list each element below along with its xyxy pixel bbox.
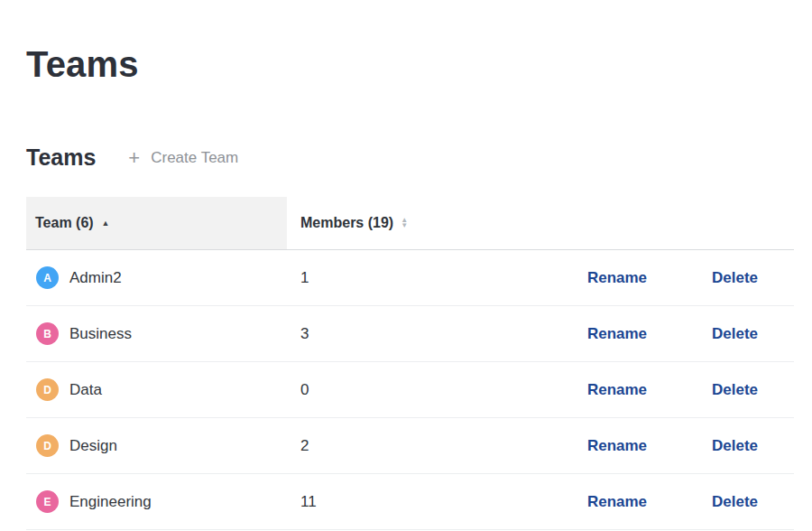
delete-cell: Delete (676, 437, 794, 455)
members-cell: 1 (287, 269, 558, 287)
members-count: 0 (300, 381, 309, 398)
rename-cell: Rename (558, 437, 676, 455)
team-cell: B Business (26, 322, 287, 345)
table-body: A Admin2 1 Rename Delete B Business 3 Re… (26, 250, 794, 530)
delete-link[interactable]: Delete (712, 381, 758, 399)
team-avatar: D (36, 378, 59, 401)
sort-down-triangle: ▼ (401, 223, 408, 229)
members-count: 1 (300, 269, 309, 286)
rename-cell: Rename (558, 381, 676, 399)
page-title: Teams (26, 44, 139, 85)
team-avatar-initial: E (43, 496, 51, 508)
column-header-team[interactable]: Team (6) ▲ (26, 197, 287, 249)
team-cell: A Admin2 (26, 266, 287, 289)
rename-link[interactable]: Rename (587, 269, 647, 287)
table-row: D Design 2 Rename Delete (26, 418, 794, 474)
team-cell: D Design (26, 434, 287, 457)
column-header-members-label: Members (19) (300, 215, 393, 231)
team-cell: D Data (26, 378, 287, 401)
members-count: 2 (300, 437, 309, 454)
team-name: Admin2 (69, 269, 122, 287)
team-avatar: D (36, 434, 59, 457)
teams-table: Team (6) ▲ Members (19) ▲ ▼ A Admin2 1 R… (26, 197, 794, 530)
members-cell: 3 (287, 325, 558, 343)
team-name: Business (69, 325, 132, 343)
delete-link[interactable]: Delete (712, 493, 758, 511)
team-avatar-initial: B (43, 328, 51, 340)
members-cell: 0 (287, 381, 558, 399)
table-row: D Data 0 Rename Delete (26, 362, 794, 418)
table-row: E Engineering 11 Rename Delete (26, 474, 794, 530)
create-team-button[interactable]: + Create Team (128, 149, 238, 167)
column-header-team-label: Team (6) (35, 215, 94, 231)
create-team-label: Create Team (151, 149, 238, 167)
rename-link[interactable]: Rename (587, 325, 647, 343)
rename-cell: Rename (558, 493, 676, 511)
delete-cell: Delete (676, 381, 794, 399)
rename-cell: Rename (558, 325, 676, 343)
team-name: Data (69, 381, 102, 399)
delete-link[interactable]: Delete (712, 437, 758, 455)
team-cell: E Engineering (26, 490, 287, 513)
delete-cell: Delete (676, 493, 794, 511)
members-count: 11 (300, 493, 317, 510)
team-avatar-initial: D (43, 440, 51, 452)
delete-link[interactable]: Delete (712, 325, 758, 343)
sort-unsorted-icon: ▲ ▼ (401, 218, 408, 229)
members-cell: 2 (287, 437, 558, 455)
section-title: Teams (26, 144, 96, 171)
rename-cell: Rename (558, 269, 676, 287)
team-avatar: E (36, 490, 59, 513)
members-count: 3 (300, 325, 309, 342)
delete-cell: Delete (676, 325, 794, 343)
rename-link[interactable]: Rename (587, 381, 647, 399)
sort-ascending-icon: ▲ (102, 219, 110, 228)
teams-section-header: Teams + Create Team (26, 144, 238, 171)
plus-icon: + (128, 149, 140, 167)
table-header-row: Team (6) ▲ Members (19) ▲ ▼ (26, 197, 794, 250)
table-row: B Business 3 Rename Delete (26, 306, 794, 362)
rename-link[interactable]: Rename (587, 437, 647, 455)
members-cell: 11 (287, 493, 558, 511)
team-name: Engineering (69, 493, 152, 511)
team-name: Design (69, 437, 117, 455)
team-avatar: B (36, 322, 59, 345)
team-avatar-initial: D (43, 384, 51, 396)
team-avatar-initial: A (43, 272, 51, 284)
rename-link[interactable]: Rename (587, 493, 647, 511)
delete-cell: Delete (676, 269, 794, 287)
delete-link[interactable]: Delete (712, 269, 758, 287)
column-header-members[interactable]: Members (19) ▲ ▼ (287, 197, 794, 249)
table-row: A Admin2 1 Rename Delete (26, 250, 794, 306)
team-avatar: A (36, 266, 59, 289)
